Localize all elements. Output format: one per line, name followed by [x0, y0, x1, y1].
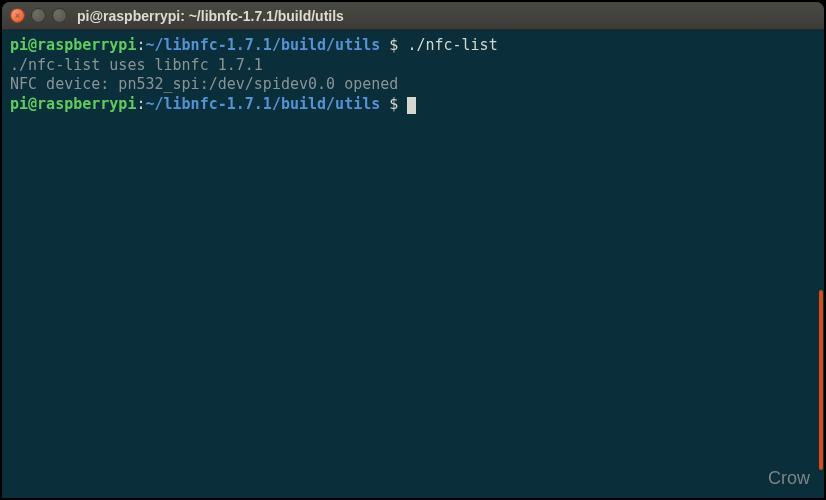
prompt-dollar: $ [380, 95, 407, 113]
window-controls: × [10, 8, 67, 23]
prompt-path: ~/libnfc-1.7.1/build/utils [145, 95, 380, 113]
prompt-user: pi@raspberrypi [10, 95, 136, 113]
terminal-output-line: ./nfc-list uses libnfc 1.7.1 [10, 56, 816, 76]
watermark: Crow [768, 467, 810, 490]
prompt-user: pi@raspberrypi [10, 36, 136, 54]
terminal-window: × pi@raspberrypi: ~/libnfc-1.7.1/build/u… [2, 2, 824, 498]
close-button[interactable]: × [10, 8, 25, 23]
terminal-body[interactable]: pi@raspberrypi:~/libnfc-1.7.1/build/util… [2, 30, 824, 498]
maximize-button[interactable] [52, 8, 67, 23]
terminal-output-line: NFC device: pn532_spi:/dev/spidev0.0 ope… [10, 75, 816, 95]
window-title: pi@raspberrypi: ~/libnfc-1.7.1/build/uti… [77, 8, 344, 24]
cursor [407, 97, 416, 114]
terminal-line: pi@raspberrypi:~/libnfc-1.7.1/build/util… [10, 36, 816, 56]
close-icon: × [14, 10, 20, 21]
minimize-button[interactable] [31, 8, 46, 23]
command-text: ./nfc-list [407, 36, 497, 54]
prompt-dollar: $ [380, 36, 407, 54]
scrollbar-thumb[interactable] [819, 290, 823, 470]
titlebar[interactable]: × pi@raspberrypi: ~/libnfc-1.7.1/build/u… [2, 2, 824, 30]
terminal-line: pi@raspberrypi:~/libnfc-1.7.1/build/util… [10, 95, 816, 115]
prompt-path: ~/libnfc-1.7.1/build/utils [145, 36, 380, 54]
